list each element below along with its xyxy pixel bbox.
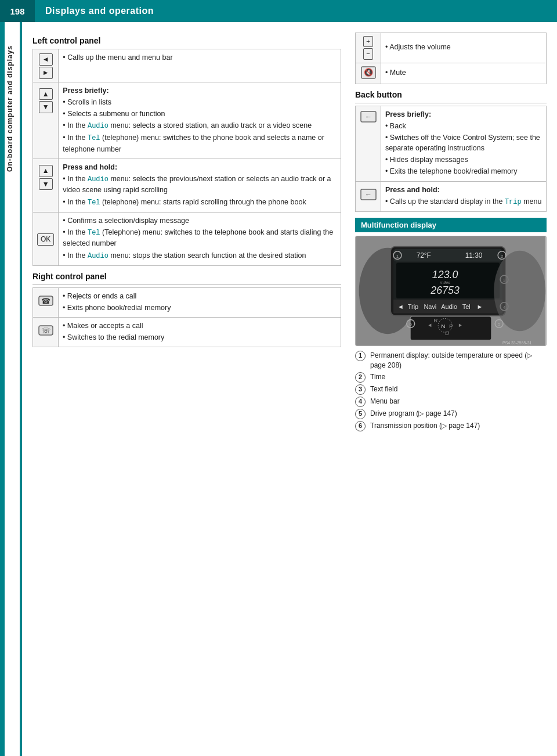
svg-point-48 xyxy=(494,251,545,332)
main-content: Left control panel ◄ ► Calls up the menu… xyxy=(22,22,557,756)
svg-text:P: P xyxy=(449,323,453,329)
press-briefly-label: Press briefly: xyxy=(63,85,337,96)
svg-text:N: N xyxy=(441,323,445,329)
svg-text:☏: ☏ xyxy=(41,326,50,335)
svg-text:1: 1 xyxy=(396,254,399,259)
svg-text:Navi: Navi xyxy=(424,303,436,310)
right-control-table: ☎ Rejects or ends a call Exits phone boo… xyxy=(32,287,341,348)
tel-word2: Tel xyxy=(88,199,100,207)
list-item: Selects a submenu or function xyxy=(63,109,337,119)
svg-text:Audio: Audio xyxy=(441,303,457,310)
icon-cell-updown2: ▲ ▼ xyxy=(33,159,59,212)
legend-item-3: 3 Text field xyxy=(355,384,547,395)
mfd-heading: Multifunction display xyxy=(355,218,547,232)
mfd-svg: 1 72°F 11:30 2 123.0 miles 26753 xyxy=(356,236,546,345)
right-column: + − Adjusts the volume 🔇 xyxy=(355,33,547,750)
updown-press-briefly-desc: Press briefly: Scrolls in lists Selects … xyxy=(59,82,341,159)
back-button-heading: Back button xyxy=(355,90,547,99)
svg-text:◄: ◄ xyxy=(397,303,404,310)
plus-minus-icons: + − xyxy=(360,36,377,60)
prev-next-icons: ◄ ► xyxy=(37,52,54,79)
svg-text:←: ← xyxy=(365,113,372,121)
legend-item-6: 6 Transmission position (▷ page 147) xyxy=(355,421,547,431)
legend-item-4: 4 Menu bar xyxy=(355,397,547,407)
svg-text:Tel: Tel xyxy=(462,303,471,310)
back-press-hold-desc: Press and hold: Calls up the standard di… xyxy=(381,181,547,212)
list-item: Switches to the redial memory xyxy=(63,332,337,343)
up-icon: ▲ xyxy=(39,88,53,100)
list-item: In the Tel (telephone) menu: switches to… xyxy=(63,132,337,154)
list-item: Mute xyxy=(385,69,542,77)
down-icon2: ▼ xyxy=(39,178,53,190)
section-divider xyxy=(32,285,341,285)
list-item: Calls up the standard display in the Tri… xyxy=(385,196,542,207)
icon-cell-prevnext: ◄ ► xyxy=(33,49,59,82)
trip-word: Trip xyxy=(505,198,522,206)
tel-word: Tel xyxy=(88,134,100,142)
back-btn-icon2: ← xyxy=(360,189,377,200)
volume-table: + − Adjusts the volume 🔇 xyxy=(355,33,547,84)
list-item: In the Audio menu: selects the previous/… xyxy=(63,174,337,196)
volume-text: Adjusts the volume xyxy=(381,33,547,63)
svg-text:←: ← xyxy=(365,190,372,199)
table-row: ▲ ▼ Press and hold: In the Audio menu: s… xyxy=(33,159,341,212)
svg-text:D: D xyxy=(445,330,449,336)
audio-word3: Audio xyxy=(88,252,108,260)
legend-num-4: 4 xyxy=(355,397,366,407)
svg-text:6: 6 xyxy=(410,322,413,327)
plus-icon: + xyxy=(363,36,372,47)
legend-num-3: 3 xyxy=(355,384,366,395)
minus-icon: − xyxy=(363,48,372,59)
table-row: 🔇 Mute xyxy=(356,63,547,84)
back-press-briefly-desc: Press briefly: Back Switches off the Voi… xyxy=(381,106,547,181)
list-item: Back xyxy=(385,121,542,131)
prev-icon: ◄ xyxy=(39,53,53,66)
back-icon-cell2: ← xyxy=(356,181,381,212)
list-item: Scrolls in lists xyxy=(63,97,337,107)
icon-cell-startcall: ☏ xyxy=(33,318,59,347)
legend-item-5: 5 Drive program (▷ page 147) xyxy=(355,409,547,419)
audio-word: Audio xyxy=(88,122,108,130)
list-item: Rejects or ends a call xyxy=(63,291,337,301)
audio-word2: Audio xyxy=(88,175,108,183)
mfd-display-image: 1 72°F 11:30 2 123.0 miles 26753 xyxy=(355,236,547,346)
legend-item-1: 1 Permanent display: outside temperature… xyxy=(355,351,547,370)
list-item: Confirms a selection/display message xyxy=(63,215,337,226)
updown-press-hold-desc: Press and hold: In the Audio menu: selec… xyxy=(59,159,341,212)
mfd-legend: 1 Permanent display: outside temperature… xyxy=(355,351,547,431)
startcall-desc: Makes or accepts a call Switches to the … xyxy=(59,318,341,347)
svg-text:►: ► xyxy=(477,303,483,310)
list-item: Adjusts the volume xyxy=(385,43,542,51)
left-column: Left control panel ◄ ► Calls up the menu… xyxy=(32,33,341,750)
svg-text:5: 5 xyxy=(498,322,501,327)
list-item: In the Tel (telephone) menu: starts rapi… xyxy=(63,197,337,208)
up-icon2: ▲ xyxy=(39,165,53,177)
list-item: Exits the telephone book/redial memory xyxy=(385,166,542,177)
legend-text-4: Menu bar xyxy=(370,397,400,406)
page-number: 198 xyxy=(0,0,35,22)
prevnext-desc: Calls up the menu and menu bar xyxy=(59,49,341,82)
table-row: ← Press briefly: Back Switches off the V… xyxy=(356,106,547,181)
mute-icon-cell: 🔇 xyxy=(356,63,381,84)
table-row: ▲ ▼ Press briefly: Scrolls in lists Sele… xyxy=(33,82,341,159)
page-layout: On-board computer and displays Left cont… xyxy=(0,22,557,756)
list-item: In the Audio menu: stops the station sea… xyxy=(63,250,337,261)
svg-text:🔇: 🔇 xyxy=(364,67,374,77)
right-control-panel-heading: Right control panel xyxy=(32,272,341,281)
down-icon: ▼ xyxy=(39,101,53,113)
press-hold-label: Press and hold: xyxy=(63,162,337,172)
tel-word3: Tel xyxy=(88,229,100,237)
table-row: ☎ Rejects or ends a call Exits phone boo… xyxy=(33,287,341,317)
endcall-desc: Rejects or ends a call Exits phone book/… xyxy=(59,287,341,317)
svg-text:11:30: 11:30 xyxy=(465,251,483,260)
legend-text-2: Time xyxy=(370,372,385,382)
list-item: Hides display messages xyxy=(385,154,542,165)
list-item: In the Tel (Telephone) menu: switches to… xyxy=(63,227,337,249)
back-button-table: ← Press briefly: Back Switches off the V… xyxy=(355,106,547,212)
header-bar: 198 Displays and operation xyxy=(0,0,557,22)
ok-icon: OK xyxy=(37,233,54,246)
svg-text:123.0: 123.0 xyxy=(432,269,458,280)
table-row: ← Press and hold: Calls up the standard … xyxy=(356,181,547,212)
svg-text:☎: ☎ xyxy=(41,297,50,305)
table-row: ☏ Makes or accepts a call Switches to th… xyxy=(33,318,341,347)
